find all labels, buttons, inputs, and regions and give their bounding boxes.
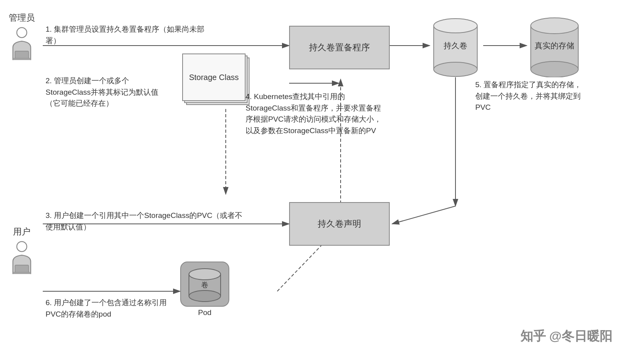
step3-label: 3. 用户创建一个引用其中一个StorageClass的PVC（或者不使用默认值…	[46, 210, 244, 233]
admin-person: 管理员	[8, 12, 36, 62]
svg-text:真实的存储: 真实的存储	[535, 41, 574, 50]
storage-class-box: Storage Class	[182, 53, 246, 101]
pv-svg: 持久卷	[430, 16, 481, 77]
svg-point-22	[531, 61, 578, 77]
admin-label: 管理员	[9, 12, 35, 24]
step5-label: 5. 置备程序指定了真实的存储，创建一个持久卷，并将其绑定到PVC	[475, 79, 586, 113]
diagram-container: 管理员 1. 集群管理员设置持久卷置备程序（如果尚未部署） 2. 管理员创建一个…	[0, 0, 644, 361]
pvc-box: 持久卷声明	[289, 202, 390, 246]
user-person: 用户	[8, 226, 36, 276]
pod-volume-svg: 卷	[185, 266, 225, 302]
svg-line-11	[277, 238, 329, 291]
admin-icon	[8, 26, 36, 62]
watermark: 知乎 @冬日暖阳	[520, 328, 612, 345]
svg-point-21	[531, 18, 578, 34]
persistent-volume-cylinder: 持久卷	[430, 16, 481, 77]
svg-rect-26	[13, 272, 31, 274]
svg-point-29	[189, 290, 221, 302]
step1-label: 1. 集群管理员设置持久卷置备程序（如果尚未部署）	[46, 24, 216, 46]
step2-label: 2. 管理员创建一个或多个StorageClass并将其标记为默认值（它可能已经…	[46, 75, 172, 109]
pod-label: Pod	[198, 308, 211, 317]
user-label: 用户	[13, 226, 30, 238]
svg-point-24	[17, 242, 27, 252]
provisioner-box: 持久卷置备程序	[289, 26, 390, 69]
svg-rect-15	[13, 58, 31, 60]
svg-line-10	[392, 206, 455, 224]
real-storage-svg: 真实的存储	[527, 16, 582, 77]
svg-text:持久卷: 持久卷	[444, 41, 467, 50]
svg-rect-14	[15, 51, 29, 59]
real-storage-cylinder: 真实的存储	[527, 16, 582, 77]
pod-box: 卷	[180, 262, 229, 307]
svg-rect-25	[15, 265, 29, 273]
step4-label: 4. Kubernetes查找其中引用的StorageClass和置备程序，并要…	[246, 91, 388, 136]
svg-point-13	[17, 28, 27, 38]
user-icon	[8, 240, 36, 276]
svg-point-17	[434, 19, 477, 33]
svg-point-18	[434, 62, 477, 76]
step6-label: 6. 用户创建了一个包含通过名称引用PVC的存储卷的pod	[46, 297, 176, 320]
svg-point-28	[189, 269, 221, 280]
svg-text:卷: 卷	[201, 281, 208, 289]
pod-wrapper: 卷 Pod	[180, 262, 229, 317]
